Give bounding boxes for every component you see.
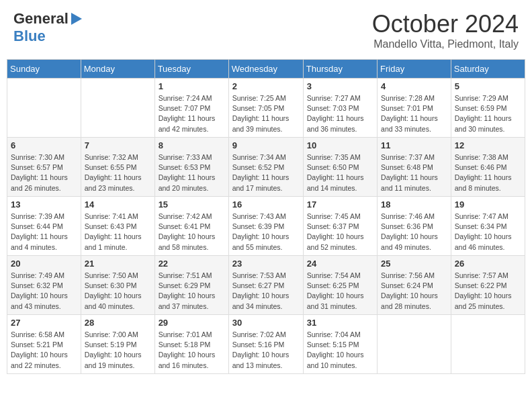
day-header-saturday: Saturday <box>451 60 525 79</box>
day-number: 16 <box>232 199 300 210</box>
calendar-header-row: SundayMondayTuesdayWednesdayThursdayFrid… <box>7 60 525 79</box>
day-number: 2 <box>232 81 300 91</box>
logo: General Blue <box>13 10 83 45</box>
logo-general-text: General <box>13 10 69 28</box>
day-number: 9 <box>232 140 300 150</box>
calendar-cell: 31Sunrise: 7:04 AM Sunset: 5:15 PM Dayli… <box>303 315 377 374</box>
day-info: Sunrise: 7:42 AM Sunset: 6:41 PM Dayligh… <box>159 212 225 253</box>
svg-marker-0 <box>71 13 82 25</box>
calendar-cell: 9Sunrise: 7:34 AM Sunset: 6:52 PM Daylig… <box>228 138 303 197</box>
day-number: 5 <box>455 81 521 91</box>
day-number: 21 <box>85 259 151 269</box>
day-info: Sunrise: 7:47 AM Sunset: 6:34 PM Dayligh… <box>455 212 521 253</box>
day-info: Sunrise: 7:25 AM Sunset: 7:05 PM Dayligh… <box>232 93 300 134</box>
day-info: Sunrise: 7:00 AM Sunset: 5:19 PM Dayligh… <box>85 330 151 371</box>
calendar-cell: 12Sunrise: 7:38 AM Sunset: 6:46 PM Dayli… <box>451 138 525 197</box>
logo-triangle-icon <box>69 11 83 26</box>
day-header-friday: Friday <box>378 60 451 79</box>
day-number: 20 <box>11 259 77 269</box>
calendar-week-3: 13Sunrise: 7:39 AM Sunset: 6:44 PM Dayli… <box>7 197 525 256</box>
day-info: Sunrise: 7:27 AM Sunset: 7:03 PM Dayligh… <box>307 93 373 134</box>
day-info: Sunrise: 7:34 AM Sunset: 6:52 PM Dayligh… <box>232 152 300 193</box>
day-number: 6 <box>11 140 77 150</box>
calendar-cell <box>7 79 81 138</box>
day-header-wednesday: Wednesday <box>228 60 303 79</box>
calendar-cell: 28Sunrise: 7:00 AM Sunset: 5:19 PM Dayli… <box>81 315 154 374</box>
calendar-cell: 26Sunrise: 7:57 AM Sunset: 6:22 PM Dayli… <box>451 256 525 315</box>
day-number: 27 <box>11 318 77 328</box>
calendar-cell: 13Sunrise: 7:39 AM Sunset: 6:44 PM Dayli… <box>7 197 81 256</box>
calendar-cell: 2Sunrise: 7:25 AM Sunset: 7:05 PM Daylig… <box>228 79 303 138</box>
day-info: Sunrise: 7:30 AM Sunset: 6:57 PM Dayligh… <box>11 152 77 193</box>
day-number: 25 <box>381 259 447 269</box>
day-number: 17 <box>307 199 373 210</box>
calendar-cell <box>81 79 154 138</box>
calendar-cell: 5Sunrise: 7:29 AM Sunset: 6:59 PM Daylig… <box>451 79 525 138</box>
calendar-cell: 11Sunrise: 7:37 AM Sunset: 6:48 PM Dayli… <box>378 138 451 197</box>
day-info: Sunrise: 7:46 AM Sunset: 6:36 PM Dayligh… <box>381 212 447 253</box>
calendar-cell: 19Sunrise: 7:47 AM Sunset: 6:34 PM Dayli… <box>451 197 525 256</box>
day-info: Sunrise: 6:58 AM Sunset: 5:21 PM Dayligh… <box>11 330 77 371</box>
day-info: Sunrise: 7:01 AM Sunset: 5:18 PM Dayligh… <box>159 330 225 371</box>
day-number: 14 <box>85 199 151 210</box>
day-number: 26 <box>455 259 521 269</box>
page-header: General Blue October 2024 Mandello Vitta… <box>7 7 525 54</box>
calendar-cell: 4Sunrise: 7:28 AM Sunset: 7:01 PM Daylig… <box>378 79 451 138</box>
calendar-cell: 30Sunrise: 7:02 AM Sunset: 5:16 PM Dayli… <box>228 315 303 374</box>
day-info: Sunrise: 7:53 AM Sunset: 6:27 PM Dayligh… <box>232 271 300 312</box>
day-number: 18 <box>381 199 447 210</box>
day-number: 13 <box>11 199 77 210</box>
calendar-cell: 6Sunrise: 7:30 AM Sunset: 6:57 PM Daylig… <box>7 138 81 197</box>
day-info: Sunrise: 7:35 AM Sunset: 6:50 PM Dayligh… <box>307 152 373 193</box>
day-info: Sunrise: 7:51 AM Sunset: 6:29 PM Dayligh… <box>159 271 225 312</box>
day-info: Sunrise: 7:28 AM Sunset: 7:01 PM Dayligh… <box>381 93 447 134</box>
day-info: Sunrise: 7:50 AM Sunset: 6:30 PM Dayligh… <box>85 271 151 312</box>
day-number: 22 <box>159 259 225 269</box>
day-info: Sunrise: 7:02 AM Sunset: 5:16 PM Dayligh… <box>232 330 300 371</box>
calendar-cell: 7Sunrise: 7:32 AM Sunset: 6:55 PM Daylig… <box>81 138 154 197</box>
day-header-monday: Monday <box>81 60 154 79</box>
day-info: Sunrise: 7:24 AM Sunset: 7:07 PM Dayligh… <box>159 93 225 134</box>
day-info: Sunrise: 7:33 AM Sunset: 6:53 PM Dayligh… <box>159 152 225 193</box>
day-number: 8 <box>159 140 225 150</box>
day-header-tuesday: Tuesday <box>154 60 228 79</box>
day-info: Sunrise: 7:57 AM Sunset: 6:22 PM Dayligh… <box>455 271 521 312</box>
calendar-cell <box>378 315 451 374</box>
calendar-cell: 16Sunrise: 7:43 AM Sunset: 6:39 PM Dayli… <box>228 197 303 256</box>
day-number: 12 <box>455 140 521 150</box>
day-info: Sunrise: 7:37 AM Sunset: 6:48 PM Dayligh… <box>381 152 447 193</box>
day-number: 11 <box>381 140 447 150</box>
day-number: 24 <box>307 259 373 269</box>
day-info: Sunrise: 7:45 AM Sunset: 6:37 PM Dayligh… <box>307 212 373 253</box>
calendar-cell: 15Sunrise: 7:42 AM Sunset: 6:41 PM Dayli… <box>154 197 228 256</box>
day-number: 28 <box>85 318 151 328</box>
day-number: 19 <box>455 199 521 210</box>
day-number: 3 <box>307 81 373 91</box>
title-area: October 2024 Mandello Vitta, Piedmont, I… <box>372 10 519 50</box>
day-info: Sunrise: 7:32 AM Sunset: 6:55 PM Dayligh… <box>85 152 151 193</box>
calendar-cell: 21Sunrise: 7:50 AM Sunset: 6:30 PM Dayli… <box>81 256 154 315</box>
day-number: 4 <box>381 81 447 91</box>
calendar-table: SundayMondayTuesdayWednesdayThursdayFrid… <box>7 59 525 374</box>
day-header-thursday: Thursday <box>303 60 377 79</box>
day-number: 23 <box>232 259 300 269</box>
day-number: 7 <box>85 140 151 150</box>
day-info: Sunrise: 7:49 AM Sunset: 6:32 PM Dayligh… <box>11 271 77 312</box>
day-number: 1 <box>159 81 225 91</box>
day-number: 31 <box>307 318 373 328</box>
calendar-cell: 17Sunrise: 7:45 AM Sunset: 6:37 PM Dayli… <box>303 197 377 256</box>
day-header-sunday: Sunday <box>7 60 81 79</box>
calendar-cell: 14Sunrise: 7:41 AM Sunset: 6:43 PM Dayli… <box>81 197 154 256</box>
calendar-cell: 27Sunrise: 6:58 AM Sunset: 5:21 PM Dayli… <box>7 315 81 374</box>
calendar-week-4: 20Sunrise: 7:49 AM Sunset: 6:32 PM Dayli… <box>7 256 525 315</box>
calendar-cell: 8Sunrise: 7:33 AM Sunset: 6:53 PM Daylig… <box>154 138 228 197</box>
day-number: 30 <box>232 318 300 328</box>
calendar-cell: 18Sunrise: 7:46 AM Sunset: 6:36 PM Dayli… <box>378 197 451 256</box>
day-info: Sunrise: 7:41 AM Sunset: 6:43 PM Dayligh… <box>85 212 151 253</box>
calendar-cell: 10Sunrise: 7:35 AM Sunset: 6:50 PM Dayli… <box>303 138 377 197</box>
calendar-cell: 20Sunrise: 7:49 AM Sunset: 6:32 PM Dayli… <box>7 256 81 315</box>
day-info: Sunrise: 7:04 AM Sunset: 5:15 PM Dayligh… <box>307 330 373 371</box>
calendar-cell: 1Sunrise: 7:24 AM Sunset: 7:07 PM Daylig… <box>154 79 228 138</box>
calendar-cell: 29Sunrise: 7:01 AM Sunset: 5:18 PM Dayli… <box>154 315 228 374</box>
calendar-cell <box>451 315 525 374</box>
